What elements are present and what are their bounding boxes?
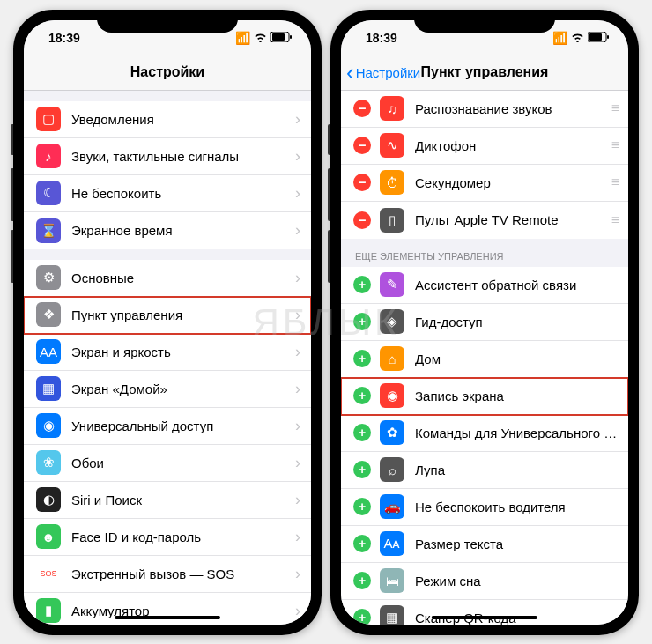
battery-icon: [588, 31, 609, 45]
add-button[interactable]: [353, 498, 371, 515]
row-screen-recording[interactable]: ◉Запись экрана: [341, 378, 628, 415]
row-wallpaper[interactable]: ❀Обои›: [24, 445, 311, 482]
add-button[interactable]: [353, 461, 371, 478]
back-button[interactable]: Настройки: [346, 65, 420, 80]
row-sound-recognition[interactable]: ♫Распознавание звуков≡: [341, 91, 628, 128]
row-voice-memos[interactable]: ∿Диктофон≡: [341, 128, 628, 165]
settings-list[interactable]: ▢Уведомления›♪Звуки, тактильные сигналы›…: [24, 91, 311, 625]
remove-button[interactable]: [353, 137, 371, 154]
guided-access-icon: ◈: [380, 309, 404, 334]
chevron-icon: ›: [295, 184, 300, 203]
screen-left: 18:39 📶 Настройки ▢Уведомления›♪Звуки, т…: [24, 20, 311, 625]
control-center-list[interactable]: ♫Распознавание звуков≡∿Диктофон≡⏱Секундо…: [341, 91, 628, 625]
row-label: Face ID и код-пароль: [71, 529, 295, 544]
remove-button[interactable]: [353, 211, 371, 229]
screen-recording-icon: ◉: [380, 383, 404, 408]
row-notifications[interactable]: ▢Уведомления›: [24, 101, 311, 138]
row-home[interactable]: ▦Экран «Домой»›: [24, 371, 311, 408]
row-label: Режим сна: [415, 574, 618, 588]
chevron-icon: ›: [295, 110, 300, 129]
row-feedback-assistant[interactable]: ✎Ассистент обратной связи: [341, 267, 628, 304]
notifications-icon: ▢: [36, 107, 61, 131]
row-label: Пульт Apple TV Remote: [415, 212, 611, 227]
stopwatch-icon: ⏱: [380, 170, 404, 195]
phone-left: 18:39 📶 Настройки ▢Уведомления›♪Звуки, т…: [13, 10, 322, 635]
drag-handle-icon[interactable]: ≡: [611, 174, 618, 190]
home-control-icon: ⌂: [380, 346, 404, 371]
row-display[interactable]: AAЭкран и яркость›: [24, 334, 311, 371]
chevron-icon: ›: [295, 565, 300, 583]
row-label: Обои: [71, 455, 295, 470]
row-label: Лупа: [415, 463, 618, 477]
row-sos[interactable]: SOSЭкстренный вызов — SOS›: [24, 556, 311, 593]
row-label: Секундомер: [415, 175, 611, 190]
row-label: Ассистент обратной связи: [415, 278, 618, 292]
row-sounds[interactable]: ♪Звуки, тактильные сигналы›: [24, 138, 311, 175]
feedback-assistant-icon: ✎: [380, 272, 404, 297]
screen-right: 18:39 📶 Настройки Пункт управления ♫Расп…: [341, 20, 628, 625]
chevron-icon: ›: [295, 221, 300, 240]
row-faceid[interactable]: ☻Face ID и код-пароль›: [24, 519, 311, 556]
home-indicator[interactable]: [115, 616, 220, 619]
add-button[interactable]: [353, 572, 371, 589]
add-button[interactable]: [353, 350, 371, 367]
row-control-center[interactable]: ❖Пункт управления›: [24, 297, 311, 334]
svg-rect-1: [272, 33, 285, 41]
chevron-icon: ›: [295, 417, 300, 435]
row-qr-scanner[interactable]: ▦Сканер QR-кода: [341, 600, 628, 625]
qr-scanner-icon: ▦: [380, 605, 404, 625]
apple-tv-remote-icon: ▯: [380, 208, 404, 233]
row-home-control[interactable]: ⌂Дом: [341, 341, 628, 378]
dnd-icon: ☾: [36, 181, 61, 205]
wifi-icon: [571, 31, 584, 45]
row-dnd-driving[interactable]: 🚗Не беспокоить водителя: [341, 489, 628, 526]
add-button[interactable]: [353, 535, 371, 552]
drag-handle-icon[interactable]: ≡: [611, 100, 618, 116]
row-magnifier[interactable]: ⌕Лупа: [341, 452, 628, 489]
chevron-icon: ›: [295, 147, 300, 166]
text-size-icon: Aᴀ: [380, 531, 404, 556]
row-screentime[interactable]: ⌛Экранное время›: [24, 212, 311, 249]
battery-icon: ▮: [36, 598, 61, 623]
row-accessibility[interactable]: ◉Универсальный доступ›: [24, 408, 311, 445]
chevron-icon: ›: [295, 454, 300, 472]
drag-handle-icon[interactable]: ≡: [611, 137, 618, 153]
row-text-size[interactable]: AᴀРазмер текста: [341, 526, 628, 563]
accessibility-icon: ◉: [36, 413, 61, 438]
add-button[interactable]: [353, 609, 371, 625]
row-battery[interactable]: ▮Аккумулятор›: [24, 593, 311, 625]
sleep-mode-icon: 🛏: [380, 568, 404, 593]
row-stopwatch[interactable]: ⏱Секундомер≡: [341, 165, 628, 202]
row-apple-tv-remote[interactable]: ▯Пульт Apple TV Remote≡: [341, 202, 628, 239]
signal-icon: 📶: [235, 31, 250, 45]
wallpaper-icon: ❀: [36, 450, 61, 475]
row-label: Не беспокоить: [71, 186, 295, 201]
page-title: Настройки: [130, 64, 204, 80]
signal-icon: 📶: [552, 31, 567, 45]
battery-icon: [270, 31, 292, 45]
row-label: Не беспокоить водителя: [415, 500, 618, 514]
row-guided-access[interactable]: ◈Гид-доступ: [341, 304, 628, 341]
add-button[interactable]: [353, 313, 371, 330]
general-icon: ⚙: [36, 265, 61, 290]
sos-icon: SOS: [36, 561, 61, 586]
add-button[interactable]: [353, 424, 371, 441]
row-label: Дом: [415, 352, 618, 366]
chevron-icon: ›: [295, 269, 300, 287]
add-button[interactable]: [353, 276, 371, 293]
row-accessibility-shortcuts[interactable]: ✿Команды для Универсального дост...: [341, 415, 628, 452]
row-label: Гид-доступ: [415, 315, 618, 329]
row-label: Экран «Домой»: [71, 381, 295, 396]
drag-handle-icon[interactable]: ≡: [611, 212, 618, 228]
add-button[interactable]: [353, 387, 371, 404]
remove-button[interactable]: [353, 174, 371, 191]
row-general[interactable]: ⚙Основные›: [24, 260, 311, 297]
row-label: Запись экрана: [415, 389, 618, 403]
home-indicator[interactable]: [432, 616, 537, 619]
row-siri[interactable]: ◐Siri и Поиск›: [24, 482, 311, 519]
remove-button[interactable]: [353, 100, 371, 117]
chevron-icon: ›: [295, 343, 300, 361]
row-label: Экранное время: [71, 223, 295, 238]
row-dnd[interactable]: ☾Не беспокоить›: [24, 175, 311, 212]
row-sleep-mode[interactable]: 🛏Режим сна: [341, 563, 628, 600]
